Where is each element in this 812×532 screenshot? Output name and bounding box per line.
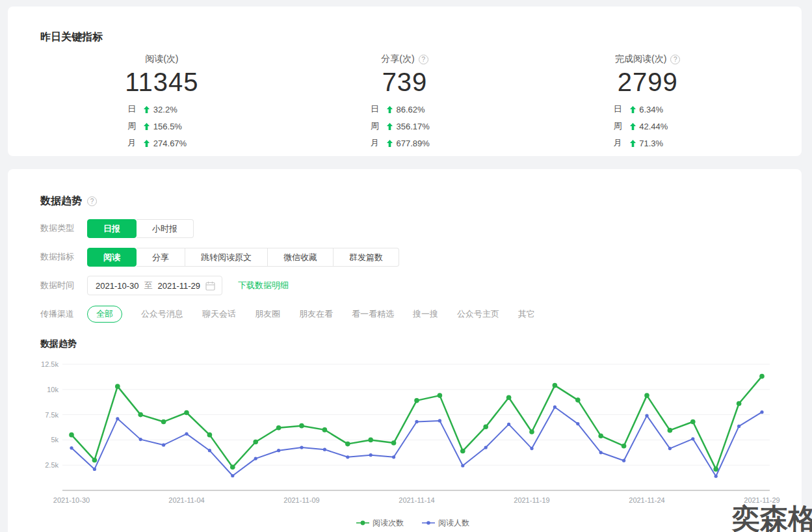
channel-option-7[interactable]: 公众号主页 — [457, 308, 499, 320]
data-point[interactable] — [484, 446, 488, 449]
data-point[interactable] — [93, 468, 96, 471]
data-point[interactable] — [162, 444, 165, 447]
data-point[interactable] — [185, 432, 188, 436]
data-point[interactable] — [507, 423, 510, 426]
channel-option-1[interactable]: 公众号消息 — [141, 308, 183, 320]
data-point[interactable] — [346, 455, 349, 459]
channel-option-2[interactable]: 聊天会话 — [202, 308, 236, 320]
channel-option-6[interactable]: 搜一搜 — [413, 308, 438, 320]
data-point[interactable] — [576, 422, 579, 425]
trend-percent-value: 677.89% — [397, 139, 443, 148]
y-axis-tick-label: 10k — [47, 386, 59, 393]
trend-percent-value: 86.62% — [397, 105, 443, 114]
trend-period-label: 周 — [367, 120, 384, 132]
data-point[interactable] — [392, 455, 395, 459]
data-metric-option-0[interactable]: 阅读 — [87, 248, 137, 267]
data-metric-option-3[interactable]: 微信收藏 — [268, 248, 334, 267]
data-point[interactable] — [300, 446, 303, 449]
date-range-start[interactable]: 2021-10-30 — [96, 281, 139, 291]
channel-option-3[interactable]: 朋友圈 — [255, 308, 280, 320]
data-point[interactable] — [138, 412, 143, 418]
data-point[interactable] — [368, 438, 373, 443]
download-data-link[interactable]: 下载数据明细 — [238, 280, 289, 291]
calendar-icon[interactable] — [205, 281, 215, 291]
legend-marker-icon — [356, 519, 369, 528]
help-icon[interactable]: ? — [87, 196, 97, 206]
channel-option-8[interactable]: 其它 — [518, 308, 535, 320]
trend-filters: 数据类型 日报小时报 数据指标 阅读分享跳转阅读原文微信收藏群发篇数 数据时间 … — [40, 219, 785, 324]
data-point[interactable] — [299, 423, 304, 429]
data-point[interactable] — [553, 383, 558, 388]
date-range-input[interactable]: 2021-10-30 至 2021-11-29 — [87, 276, 222, 295]
data-point[interactable] — [277, 449, 280, 452]
data-point[interactable] — [645, 414, 648, 418]
data-point[interactable] — [414, 398, 419, 403]
data-point[interactable] — [713, 467, 718, 472]
data-point[interactable] — [438, 419, 441, 423]
help-icon[interactable]: ? — [670, 55, 680, 64]
y-axis-tick-label: 12.5k — [41, 360, 59, 368]
data-point[interactable] — [345, 442, 350, 447]
data-point[interactable] — [184, 410, 189, 416]
data-point[interactable] — [323, 448, 326, 451]
data-point[interactable] — [116, 417, 119, 420]
data-point[interactable] — [529, 429, 534, 434]
data-point[interactable] — [506, 395, 512, 401]
data-point[interactable] — [254, 457, 257, 460]
metric-label-text: 分享(次) — [381, 53, 414, 65]
data-point[interactable] — [322, 427, 328, 432]
data-point[interactable] — [391, 441, 397, 446]
data-point[interactable] — [690, 419, 696, 425]
data-point[interactable] — [253, 440, 258, 445]
data-point[interactable] — [737, 401, 742, 406]
y-axis-tick-label: 5k — [51, 436, 59, 444]
data-point[interactable] — [668, 428, 673, 433]
data-point[interactable] — [276, 425, 282, 431]
data-metric-option-4[interactable]: 群发篇数 — [334, 248, 399, 267]
data-point[interactable] — [598, 434, 603, 439]
data-point[interactable] — [231, 474, 234, 477]
data-point[interactable] — [691, 438, 694, 441]
data-metric-option-1[interactable]: 分享 — [137, 248, 185, 267]
data-point[interactable] — [737, 425, 740, 428]
data-point[interactable] — [622, 459, 625, 462]
data-point[interactable] — [553, 406, 557, 409]
data-point[interactable] — [230, 465, 235, 470]
channel-option-5[interactable]: 看一看精选 — [352, 308, 394, 320]
data-metric-option-2[interactable]: 跳转阅读原文 — [185, 248, 268, 267]
trend-period-label: 日 — [124, 103, 140, 115]
data-point[interactable] — [92, 458, 98, 463]
data-point[interactable] — [668, 447, 672, 450]
data-point[interactable] — [644, 393, 649, 399]
data-point[interactable] — [438, 393, 443, 399]
help-icon[interactable]: ? — [419, 55, 428, 64]
data-type-label: 数据类型 — [40, 222, 87, 234]
data-point[interactable] — [207, 432, 213, 438]
data-point[interactable] — [760, 410, 763, 414]
date-range-end[interactable]: 2021-11-29 — [158, 281, 201, 291]
data-type-option-0[interactable]: 日报 — [87, 219, 137, 238]
data-point[interactable] — [369, 453, 373, 457]
data-point[interactable] — [115, 384, 120, 390]
data-point[interactable] — [530, 447, 533, 450]
data-point[interactable] — [161, 419, 166, 425]
data-point[interactable] — [208, 449, 211, 452]
data-point[interactable] — [622, 444, 627, 449]
channel-option-4[interactable]: 朋友在看 — [299, 308, 333, 320]
data-point[interactable] — [139, 438, 142, 441]
data-point[interactable] — [70, 446, 73, 449]
data-point[interactable] — [575, 398, 581, 403]
data-point[interactable] — [714, 475, 718, 478]
data-point[interactable] — [69, 432, 74, 438]
channel-option-0[interactable]: 全部 — [87, 306, 122, 323]
data-point[interactable] — [461, 464, 464, 468]
legend-item-0[interactable]: 阅读次数 — [356, 518, 404, 529]
trend-row: 日86.62% — [367, 103, 443, 115]
legend-item-1[interactable]: 阅读人数 — [422, 518, 469, 529]
data-point[interactable] — [415, 420, 418, 423]
data-type-option-1[interactable]: 小时报 — [137, 219, 194, 238]
data-point[interactable] — [483, 425, 488, 430]
data-point[interactable] — [759, 374, 765, 379]
data-point[interactable] — [460, 449, 465, 454]
data-point[interactable] — [599, 451, 603, 454]
